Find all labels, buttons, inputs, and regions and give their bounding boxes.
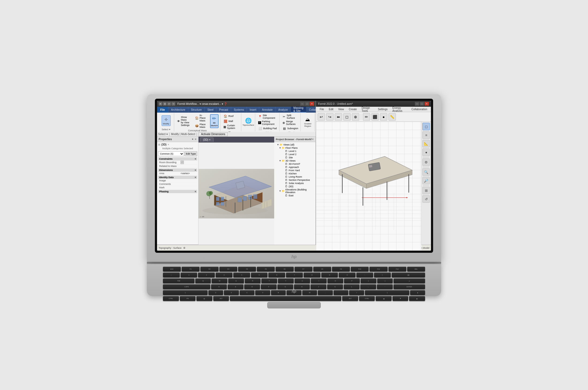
key-f9[interactable]: F9 [332,267,350,272]
key-r[interactable]: R [245,278,261,283]
key-x[interactable]: X [224,290,239,295]
key-f6[interactable]: F6 [276,267,293,272]
key-rctrl[interactable]: CTRL [359,296,375,301]
menu-design-tools[interactable]: Design Tools [360,106,375,113]
tree-3d-views[interactable]: ▼ 📁 3D Views [275,159,314,162]
room-bounding-checkbox[interactable]: ☑ [181,161,184,164]
properties-close[interactable]: ✕ [194,138,197,141]
in-place-mass-button[interactable]: 🏠 In-Place Mass [194,114,209,122]
select-dropdown[interactable]: Select ▾ [158,133,168,136]
tab-steel[interactable]: Steel [205,107,216,113]
browser-close[interactable]: ✕ [312,138,314,141]
formit-back[interactable]: ⬅ [335,113,342,121]
key-f12[interactable]: F12 [388,267,406,272]
key-l[interactable]: L [344,284,360,289]
key-equals[interactable]: = [374,273,391,277]
tree-level2[interactable]: 🗒 Level 2 [275,153,314,156]
key-b[interactable]: B [271,290,286,295]
key-left[interactable]: ◀ [376,296,392,301]
3d-view-tab[interactable]: (3D) × [200,137,213,142]
building-pad-button[interactable]: ⬜ Building Pad [257,126,278,131]
key-e[interactable]: E [228,278,244,283]
tree-views-all[interactable]: ▼ 📁 Views (all) [275,143,314,146]
modify-multi-select[interactable]: Modify | Multi-Select [171,133,195,136]
key-y[interactable]: Y [278,278,294,283]
key-rbracket[interactable]: ] [377,278,393,283]
key-caps[interactable]: CAPS [163,284,210,289]
wall-button[interactable]: 🧱 Wall [223,119,234,124]
key-slash[interactable]: / [349,290,364,295]
properties-pin[interactable]: × [192,138,193,141]
tab-analyze[interactable]: Analyze [276,107,291,113]
key-f1[interactable]: F1 [182,267,200,272]
key-esc[interactable]: ESC [163,267,181,272]
3d-close[interactable]: × [167,143,169,146]
key-8[interactable]: 8 [304,273,320,277]
key-w[interactable]: W [212,278,227,283]
key-lshift[interactable]: ⇧ [163,290,208,295]
tab-precast[interactable]: Precast [216,107,231,113]
tree-site[interactable]: 🗒 Site [275,156,314,159]
key-comma[interactable]: , [318,290,333,295]
tab-massing-site[interactable]: Massing & Site [291,107,306,113]
dimensions-header[interactable]: Dimensions ≡ [158,169,197,172]
key-up[interactable]: ▲ [410,290,425,295]
tree-approach[interactable]: 🗒 Approach [275,166,314,169]
tree-floor-plans[interactable]: ▼ 📁 Floor Plans [275,146,314,150]
key-enter2[interactable]: ENTER [394,284,425,289]
graded-region-button[interactable]: ⛰ GradedRegion [303,116,312,128]
key-1[interactable]: 1 [181,273,197,277]
key-period[interactable]: . [334,290,349,295]
maximize-button[interactable]: □ [305,102,309,106]
key-j[interactable]: J [311,284,326,289]
tab-architecture[interactable]: Architecture [168,107,188,113]
key-s[interactable]: S [228,284,243,289]
merge-surfaces-button[interactable]: ⊕ Merge Surfaces [281,120,299,126]
tree-3d[interactable]: 🗒 {3D} [275,185,314,188]
key-ralt[interactable]: ALT [342,296,358,301]
formit-redo[interactable]: ↪ [326,113,334,121]
formit-sphere[interactable]: ● [380,113,387,121]
redo-icon[interactable]: ↪ [171,102,175,106]
key-v[interactable]: V [255,290,270,295]
key-f[interactable]: F [261,284,277,289]
key-a[interactable]: A [211,284,227,289]
key-ctrl[interactable]: CTRL [163,296,179,301]
tab-file[interactable]: File [157,107,168,113]
sidebar-select-icon[interactable]: ◻ [422,123,430,130]
key-lbracket[interactable]: [ [361,278,376,283]
key-g[interactable]: G [277,284,293,289]
key-quote[interactable]: ' [377,284,393,289]
key-f2[interactable]: F2 [200,267,218,272]
key-o[interactable]: O [327,278,343,283]
key-p[interactable]: P [344,278,360,283]
identity-header[interactable]: Identity Data ≡ [158,176,197,179]
tab-structure[interactable]: Structure [188,107,205,113]
key-5[interactable]: 5 [251,273,268,277]
formit-draw[interactable]: ✏ [363,113,370,121]
sidebar-measure-icon[interactable]: 📐 [422,140,430,147]
place-mass-button[interactable]: 📦 Place Mass [194,123,209,129]
key-right[interactable]: ▶ [409,296,425,301]
menu-collaboration[interactable]: Collaboration [409,108,429,111]
key-alt[interactable]: ALT [213,296,229,301]
formit-cube[interactable]: ⬛ [371,113,379,121]
key-4[interactable]: 4 [233,273,250,277]
key-0[interactable]: 0 [339,273,356,277]
show-mass-button[interactable]: 👁 Show Massby View Settings [176,116,193,127]
key-rshift[interactable]: ⇧ [365,290,410,295]
key-f4[interactable]: F4 [238,267,256,272]
formit-minimize[interactable]: ─ [415,102,419,106]
subregion-button[interactable]: ▤ Subregion [281,126,299,131]
formit-select[interactable]: ◻ [343,113,351,121]
formit-measure[interactable]: 📏 [388,113,396,121]
roof-button[interactable]: 🏠 Roof [223,114,234,118]
key-9[interactable]: 9 [321,273,338,277]
tree-section-perspective[interactable]: 🗒 Section Perspective [275,178,314,182]
tab-insert[interactable]: Insert [247,107,259,113]
toposurface-button[interactable]: 🌐 Toposurface [241,117,255,127]
tree-living-room[interactable]: 🗒 Living Room [275,175,314,178]
key-tilde[interactable]: ~ [163,273,180,277]
key-enter[interactable]: ↵ [394,278,425,283]
key-win[interactable]: ⊞ [196,296,212,301]
